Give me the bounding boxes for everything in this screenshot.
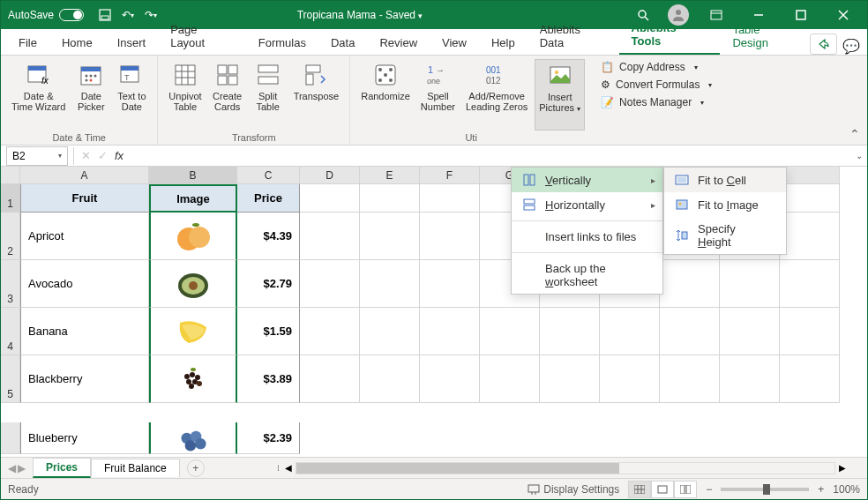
cell-fruit[interactable]: Blackberry: [20, 355, 149, 403]
cell-image-apricot[interactable]: [149, 213, 237, 260]
header-fruit[interactable]: Fruit: [20, 184, 149, 213]
transpose-button[interactable]: Transpose: [290, 59, 343, 131]
undo-icon[interactable]: ↶▾: [119, 6, 137, 24]
header-price[interactable]: Price: [237, 184, 300, 213]
collapse-ribbon-icon[interactable]: ⌃: [849, 127, 860, 141]
tab-ablebits-tools[interactable]: Ablebits Tools: [619, 16, 721, 55]
zoom-level[interactable]: 100%: [833, 483, 860, 496]
zoom-out-icon[interactable]: −: [706, 483, 712, 496]
fx-icon[interactable]: fx: [115, 149, 123, 162]
row-header-1[interactable]: 1: [1, 184, 20, 213]
autosave-toggle[interactable]: [59, 9, 84, 21]
leading-zeros-button[interactable]: 001012Add/RemoveLeading Zeros: [462, 59, 531, 131]
tab-view[interactable]: View: [430, 31, 479, 55]
dd-fit-to-image[interactable]: Fit to Image: [664, 192, 786, 217]
convert-formulas-item[interactable]: ⚙Convert Formulas ▾: [597, 77, 715, 93]
horizontal-icon: [522, 198, 536, 212]
row-header-2[interactable]: 2: [1, 213, 20, 260]
svg-text:one: one: [427, 77, 440, 86]
date-picker-button[interactable]: DatePicker: [72, 59, 109, 131]
date-time-wizard-button[interactable]: fxDate &Time Wizard: [8, 59, 69, 131]
expand-formula-icon[interactable]: ⌄: [851, 151, 867, 160]
save-icon[interactable]: [96, 6, 114, 24]
split-table-button[interactable]: SplitTable: [250, 59, 287, 131]
dd-vertically[interactable]: Vertically▸: [512, 168, 662, 192]
tab-file[interactable]: File: [6, 31, 49, 55]
comments-icon[interactable]: 💬: [841, 38, 862, 55]
zoom-slider[interactable]: [721, 488, 809, 491]
sheet-tab-fruit-balance[interactable]: Fruit Balance: [91, 459, 180, 477]
view-page-break-icon[interactable]: [674, 481, 697, 498]
row-header-3[interactable]: 3: [1, 260, 20, 308]
redo-icon[interactable]: ↷▾: [142, 6, 160, 24]
randomize-button[interactable]: Randomize: [357, 59, 414, 131]
close-icon[interactable]: [823, 1, 864, 29]
text-to-date-button[interactable]: TText toDate: [113, 59, 150, 131]
display-settings-button[interactable]: Display Settings: [528, 483, 619, 496]
dd-backup-worksheet[interactable]: Back up the worksheet: [512, 257, 662, 294]
cell-price[interactable]: $3.89: [237, 355, 300, 403]
dd-insert-links[interactable]: Insert links to files: [512, 225, 662, 249]
cell-image-blueberry[interactable]: [149, 422, 237, 454]
tab-formulas[interactable]: Formulas: [246, 31, 318, 55]
svg-point-40: [384, 73, 387, 77]
row-header-4[interactable]: 4: [1, 308, 20, 355]
insert-pictures-button[interactable]: InsertPictures ▾: [535, 59, 585, 131]
unpivot-table-button[interactable]: UnpivotTable: [165, 59, 205, 131]
dd-specify-height[interactable]: Specify Height: [664, 217, 786, 254]
col-header-B[interactable]: B: [149, 167, 237, 184]
row-header-5[interactable]: 5: [1, 355, 20, 403]
col-header-D[interactable]: D: [300, 167, 360, 184]
height-icon: [675, 228, 689, 243]
tab-ablebits-data[interactable]: Ablebits Data: [528, 18, 619, 55]
cell-fruit[interactable]: Banana: [20, 308, 149, 355]
cell-price[interactable]: $4.39: [237, 213, 300, 260]
create-cards-button[interactable]: CreateCards: [209, 59, 246, 131]
tab-table-design[interactable]: Table Design: [720, 18, 810, 55]
name-box[interactable]: B2▾: [6, 146, 68, 166]
formula-bar[interactable]: [131, 146, 851, 166]
svg-point-55: [189, 281, 198, 290]
dd-horizontally[interactable]: Horizontally▸: [512, 192, 662, 217]
cancel-formula-icon[interactable]: ✕: [81, 149, 91, 162]
view-page-layout-icon[interactable]: [651, 481, 674, 498]
tab-help[interactable]: Help: [479, 31, 528, 55]
copy-address-item[interactable]: 📋Copy Address ▾: [597, 59, 715, 75]
cell-price[interactable]: $2.39: [237, 422, 300, 454]
dd-fit-to-cell[interactable]: Fit to Cell: [664, 168, 786, 192]
col-header-C[interactable]: C: [237, 167, 300, 184]
tab-data[interactable]: Data: [318, 31, 367, 55]
col-header-A[interactable]: A: [20, 167, 149, 184]
notes-manager-item[interactable]: 📝Notes Manager ▾: [597, 94, 715, 110]
share-icon[interactable]: [810, 34, 837, 55]
cell-price[interactable]: $1.59: [237, 308, 300, 355]
select-all-corner[interactable]: [1, 167, 20, 184]
tab-review[interactable]: Review: [367, 31, 430, 55]
sheet-tab-prices[interactable]: Prices: [33, 458, 91, 478]
horizontal-scrollbar[interactable]: ⁞ ◀ ▶: [275, 462, 849, 474]
sheet-nav-prev-icon[interactable]: ◀: [8, 462, 16, 474]
tab-page-layout[interactable]: Page Layout: [158, 18, 246, 55]
svg-rect-32: [228, 76, 237, 85]
accept-formula-icon[interactable]: ✓: [98, 149, 108, 162]
add-sheet-icon[interactable]: +: [187, 459, 205, 477]
tab-insert[interactable]: Insert: [105, 31, 159, 55]
col-header-blank2[interactable]: [780, 167, 840, 184]
tab-home[interactable]: Home: [49, 31, 105, 55]
sheet-nav-next-icon[interactable]: ▶: [18, 462, 26, 474]
cell-fruit[interactable]: Blueberry: [20, 422, 149, 454]
col-header-E[interactable]: E: [360, 167, 420, 184]
view-normal-icon[interactable]: [628, 481, 651, 498]
col-header-F[interactable]: F: [420, 167, 480, 184]
cell-image-blackberry[interactable]: [149, 355, 237, 403]
cell-image-banana[interactable]: [149, 308, 237, 355]
svg-rect-29: [218, 65, 227, 74]
cell-price[interactable]: $2.79: [237, 260, 300, 308]
zoom-in-icon[interactable]: +: [818, 483, 824, 496]
cell-fruit[interactable]: Apricot: [20, 213, 149, 260]
svg-point-66: [195, 438, 206, 449]
spell-number-button[interactable]: 1→oneSpellNumber: [417, 59, 459, 131]
cell-fruit[interactable]: Avocado: [20, 260, 149, 308]
cell-image-avocado[interactable]: [149, 260, 237, 308]
header-image[interactable]: Image: [149, 184, 237, 213]
